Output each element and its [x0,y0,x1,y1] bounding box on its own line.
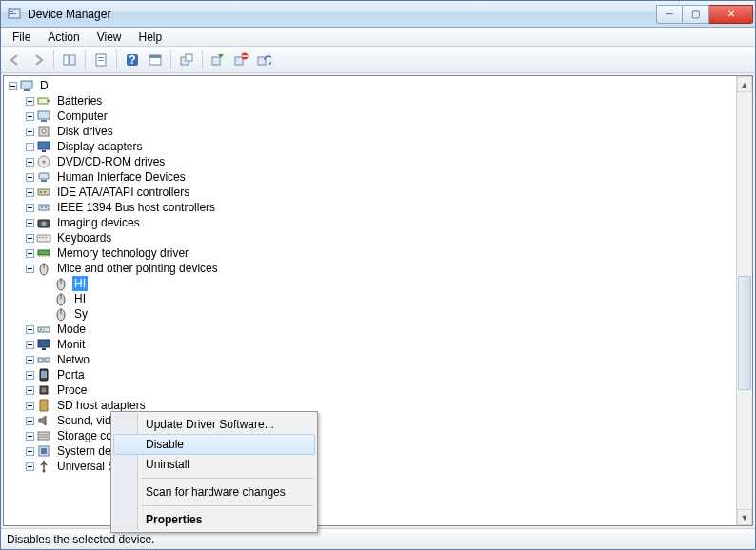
titlebar[interactable]: Device Manager ─ ▢ ✕ [1,1,755,28]
tree-category[interactable]: Monit [6,337,732,352]
context-menu-item[interactable]: Properties [113,509,315,530]
expand-icon[interactable] [23,447,36,456]
mouse-icon [36,261,51,276]
close-button[interactable]: ✕ [709,5,753,24]
help-icon[interactable]: ? [122,49,143,70]
options-icon[interactable] [145,49,166,70]
status-text: Disables the selected device. [7,533,154,546]
expand-icon[interactable] [23,402,36,410]
expand-icon[interactable] [23,204,36,212]
expand-icon[interactable] [23,432,36,441]
expand-icon[interactable] [23,371,36,380]
expand-icon[interactable] [23,462,36,471]
disable-icon[interactable] [230,49,251,70]
properties-icon[interactable] [90,49,111,70]
tree-item-label: Sy [72,306,90,322]
context-menu-item[interactable]: Disable [113,434,315,455]
expand-icon[interactable] [23,158,36,167]
svg-rect-75 [42,237,44,238]
expand-icon[interactable] [23,219,36,227]
toolbar-separator [202,50,203,69]
tree-category[interactable]: IDE ATA/ATAPI controllers [6,185,732,200]
scroll-up-icon[interactable]: ▲ [737,76,752,92]
menu-view[interactable]: View [90,29,129,46]
tree-category[interactable]: IEEE 1394 Bus host controllers [6,200,732,215]
scroll-down-icon[interactable]: ▼ [737,509,752,525]
battery-icon [36,93,51,108]
expand-icon[interactable] [23,341,36,349]
context-menu-item[interactable]: Update Driver Software... [113,414,315,435]
disk-icon [36,124,51,139]
portable-icon [36,367,51,383]
menu-help[interactable]: Help [131,29,170,46]
tree-item-label: DVD/CD-ROM drives [55,154,167,169]
device-manager-window: Device Manager ─ ▢ ✕ File Action View He… [0,0,756,550]
expand-icon[interactable] [23,128,36,136]
svg-rect-104 [38,340,50,347]
tree-category[interactable]: Batteries [6,93,732,108]
scroll-thumb[interactable] [738,276,751,390]
expand-icon[interactable] [23,173,36,182]
update-driver-icon[interactable] [176,49,197,70]
expand-icon[interactable] [23,112,36,121]
expand-icon[interactable] [23,143,36,151]
svg-rect-76 [45,237,47,238]
tree-category[interactable]: Keyboards [6,230,732,246]
tree-category[interactable]: Memory technology driver [6,246,732,261]
minimize-button[interactable]: ─ [656,5,683,24]
mouse-icon [53,306,69,322]
system-icon [36,443,51,459]
uninstall-icon[interactable] [253,49,274,70]
ide-icon [36,185,51,200]
expand-icon[interactable] [23,417,36,425]
expand-icon[interactable] [23,188,36,197]
svg-point-47 [43,161,46,164]
back-arrow-icon[interactable] [5,49,26,70]
menu-file[interactable]: File [5,29,38,46]
expand-icon[interactable] [23,97,36,106]
menu-action[interactable]: Action [40,29,87,46]
tree-item-label: Display adapters [55,139,144,154]
tree-item-label: Proce [55,383,89,398]
content-area: DBatteriesComputerDisk drivesDisplay ada… [3,75,753,526]
tree-category[interactable]: Porta [6,367,732,383]
context-menu-item[interactable]: Scan for hardware changes [113,481,315,502]
expand-icon[interactable] [23,356,36,364]
tree-category[interactable]: Imaging devices [6,215,732,230]
tree-device[interactable]: HI [6,291,732,306]
tree-category[interactable]: Mode [6,322,732,337]
svg-rect-15 [235,57,243,65]
expand-icon[interactable] [23,325,36,334]
svg-point-63 [41,206,43,208]
storage-icon [36,428,51,443]
tree-item-label: Mode [55,322,88,337]
tree-category[interactable]: Display adapters [6,139,732,154]
expand-icon[interactable] [23,386,36,395]
forward-arrow-icon[interactable] [28,49,49,70]
expand-icon[interactable] [23,234,36,243]
collapse-icon[interactable] [23,265,36,273]
tree-category[interactable]: Netwo [6,352,732,367]
expand-icon[interactable] [23,249,36,258]
tree-root[interactable]: D [6,78,732,93]
tree-device[interactable]: Sy [6,306,732,322]
tree-category[interactable]: Disk drives [6,124,732,139]
tree-category[interactable]: Human Interface Devices [6,169,732,185]
svg-rect-32 [41,120,47,122]
context-menu-item[interactable]: Uninstall [113,454,315,475]
tree-category[interactable]: DVD/CD-ROM drives [6,154,732,169]
tree-item-label: Batteries [55,93,104,108]
computer-icon [36,108,51,124]
tree-category[interactable]: Mice and other pointing devices [6,261,732,276]
tree-category[interactable]: Computer [6,108,732,124]
maximize-button[interactable]: ▢ [683,5,709,24]
tree-category[interactable]: Proce [6,383,732,398]
mouse-icon [53,291,69,306]
collapse-icon[interactable] [6,82,19,90]
vertical-scrollbar[interactable]: ▲ ▼ [736,76,752,525]
computer-icon [19,78,34,93]
svg-point-64 [45,206,47,208]
tree-device[interactable]: HI [6,276,732,291]
show-hide-tree-icon[interactable] [59,49,80,70]
enable-icon[interactable] [208,49,229,70]
